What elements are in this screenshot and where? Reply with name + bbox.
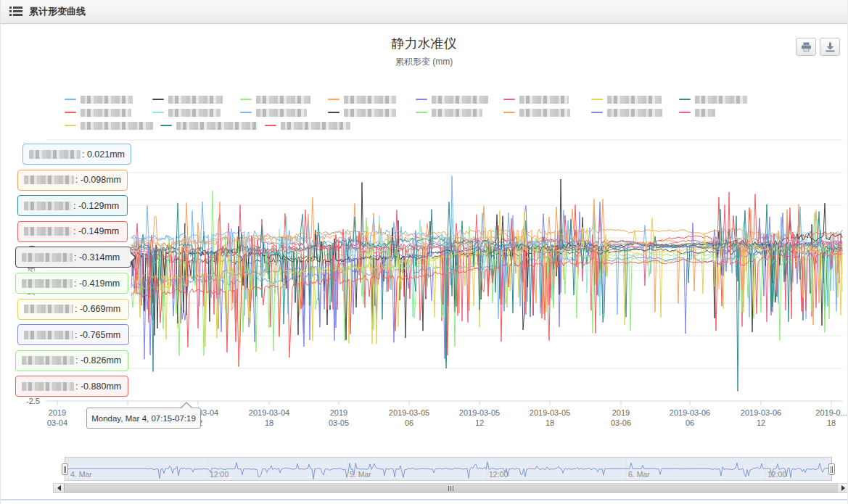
navigator-tick-label: 5. Mar	[350, 470, 371, 479]
svg-text:201903-04: 201903-04	[47, 408, 67, 427]
legend-item[interactable]	[65, 96, 152, 104]
tooltip-series-name-redacted	[24, 227, 72, 236]
tooltip-value: : -0.826mm	[75, 355, 121, 365]
tooltip-value: : -0.669mm	[75, 304, 120, 314]
legend-label-redacted	[176, 122, 258, 130]
svg-text:2019-0...18: 2019-0...18	[815, 408, 847, 427]
legend-item[interactable]	[240, 96, 328, 104]
legend-marker-icon	[679, 99, 691, 100]
tooltip-value: : 0.021mm	[82, 149, 125, 160]
legend-item[interactable]	[416, 109, 503, 117]
legend-marker-icon	[65, 125, 76, 126]
tooltip-value: : -0.880mm	[75, 381, 121, 392]
legend-item[interactable]	[152, 96, 240, 104]
legend-label-redacted	[256, 109, 307, 117]
tooltip-date-label: Monday, Mar 4, 07:15-07:19	[91, 414, 196, 423]
legend-item[interactable]	[65, 109, 152, 117]
navigator-tick-label: 4. Mar	[70, 470, 92, 479]
legend-label-redacted	[281, 122, 350, 130]
navigator-tick-label: 12:00	[489, 470, 508, 479]
legend-label-redacted	[607, 109, 662, 117]
legend-item[interactable]	[240, 109, 328, 117]
legend-marker-icon	[503, 112, 515, 113]
navigator-series	[65, 458, 831, 480]
scrollbar-grip-icon	[448, 486, 453, 491]
tooltip-box: : -0.826mm	[15, 350, 128, 371]
navigator-left-handle[interactable]	[62, 463, 68, 475]
tooltip-box: : -0.314mm	[15, 247, 131, 268]
navigator-tick-label: 12:00	[210, 470, 229, 479]
svg-text:2019-03-0512: 2019-03-0512	[459, 408, 500, 427]
svg-text:-2.5: -2.5	[26, 397, 40, 405]
legend-row	[65, 116, 767, 129]
legend-item[interactable]	[679, 109, 767, 117]
legend-marker-icon	[328, 112, 339, 113]
legend-item[interactable]	[65, 122, 153, 130]
legend-label-redacted	[519, 96, 569, 104]
legend-item[interactable]	[265, 122, 350, 130]
tooltip-series-name-redacted	[22, 382, 74, 391]
legend-label-redacted	[432, 96, 488, 104]
tooltip-box: : -0.419mm	[15, 273, 128, 294]
svg-text:2019-03-0418: 2019-03-0418	[249, 408, 289, 427]
legend-marker-icon	[416, 112, 427, 113]
download-button[interactable]	[820, 38, 840, 56]
navigator-right-handle[interactable]	[828, 463, 835, 475]
legend-label-redacted	[607, 96, 662, 104]
legend-label-redacted	[695, 109, 715, 117]
tooltip-box: : -0.669mm	[17, 299, 129, 320]
svg-text:201903-06: 201903-06	[611, 408, 631, 427]
tooltip-box: : -0.880mm	[15, 376, 128, 397]
tooltip-series-name-redacted	[24, 331, 73, 339]
legend-label-redacted	[256, 96, 310, 104]
legend-marker-icon	[65, 112, 76, 113]
tooltip-box: : -0.149mm	[17, 221, 128, 242]
legend-item[interactable]	[679, 96, 767, 104]
legend-item[interactable]	[591, 96, 679, 104]
legend-item[interactable]	[328, 109, 416, 117]
legend-marker-icon	[679, 112, 691, 113]
legend-row	[65, 103, 767, 116]
svg-text:201903-05: 201903-05	[329, 408, 349, 427]
print-button[interactable]	[796, 38, 816, 56]
legend-label-redacted	[81, 96, 133, 104]
legend-item[interactable]	[328, 96, 416, 104]
scrollbar[interactable]	[53, 483, 848, 493]
tooltip-box: : -0.765mm	[17, 324, 129, 345]
tooltip-series-name-redacted	[24, 202, 72, 210]
tooltip-value: : -0.129mm	[73, 201, 119, 211]
legend-item[interactable]	[591, 109, 679, 117]
legend-item[interactable]	[416, 96, 503, 104]
scrollbar-right-arrow-icon[interactable]	[837, 484, 848, 492]
legend-item[interactable]	[503, 96, 591, 104]
legend-label-redacted	[519, 109, 570, 117]
tooltip-series-name-redacted	[22, 253, 73, 262]
legend-label-redacted	[81, 122, 153, 130]
tooltip-value: : -0.098mm	[75, 175, 121, 185]
legend-item[interactable]	[160, 122, 258, 130]
tooltip-series-name-redacted	[29, 150, 81, 159]
download-icon	[825, 42, 836, 52]
legend-marker-icon	[240, 112, 252, 113]
tooltip-series-name-redacted	[24, 175, 74, 184]
legend-label-redacted	[81, 109, 131, 117]
legend-label-redacted	[432, 109, 482, 117]
tooltip-value: : -0.149mm	[73, 226, 119, 236]
legend-marker-icon	[152, 99, 164, 100]
legend-label-redacted	[695, 96, 747, 104]
legend-item[interactable]	[503, 109, 591, 117]
tooltip-box: : -0.098mm	[17, 170, 128, 191]
legend-item[interactable]	[152, 109, 240, 117]
tooltip-value: : -0.765mm	[75, 330, 120, 340]
navigator[interactable]: 4. Mar12:005. Mar12:006. Mar12:00	[65, 457, 832, 481]
legend-marker-icon	[152, 112, 164, 113]
tooltip-series-name-redacted	[22, 279, 73, 288]
bottom-border	[1, 499, 847, 500]
scrollbar-thumb[interactable]	[64, 484, 838, 492]
scrollbar-left-arrow-icon[interactable]	[54, 484, 65, 492]
tooltip-value: : -0.419mm	[74, 278, 120, 289]
legend-marker-icon	[160, 125, 172, 126]
legend-marker-icon	[503, 99, 515, 100]
svg-text:2019-03-0518: 2019-03-0518	[530, 408, 570, 427]
legend-label-redacted	[344, 96, 396, 104]
